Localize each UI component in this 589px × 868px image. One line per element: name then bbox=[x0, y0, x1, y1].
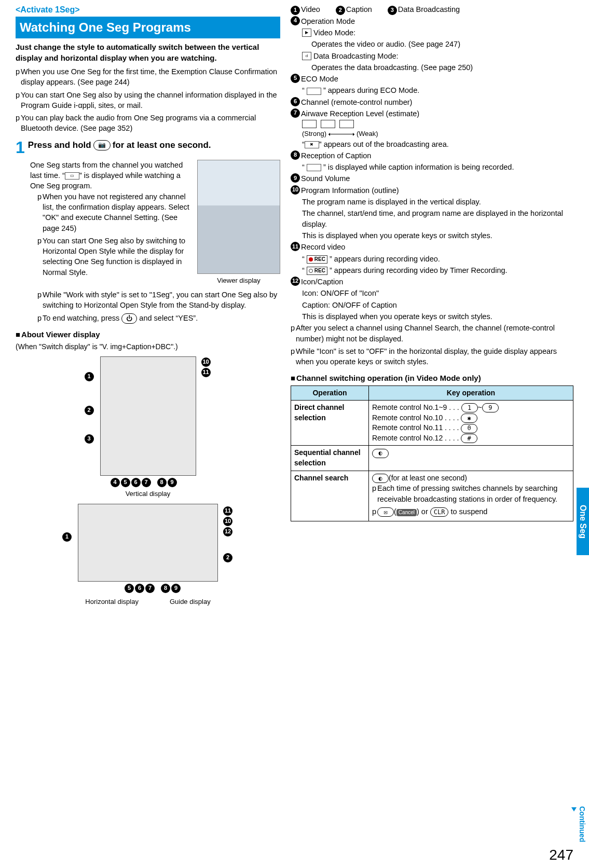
num-2: 2 bbox=[336, 6, 345, 15]
def-label: Operation Mode bbox=[301, 16, 355, 26]
callout-3: 3 bbox=[85, 434, 94, 444]
intro-text: Just change the style to automatically s… bbox=[16, 42, 280, 63]
rec-icon: REC bbox=[307, 255, 327, 264]
callout-h9: 9 bbox=[171, 584, 181, 593]
def-row: 7Airwave Reception Level (estimate) bbox=[291, 108, 573, 119]
step-heading: Press and hold 📷 for at least one second… bbox=[28, 139, 211, 151]
step-head-after: for at least one second. bbox=[113, 139, 211, 151]
def-line: This is displayed when you operate keys … bbox=[302, 311, 573, 322]
callout-11: 11 bbox=[201, 368, 211, 377]
def-label: Airwave Reception Level (estimate) bbox=[301, 108, 419, 119]
status-icon bbox=[307, 88, 321, 95]
operation-cell: Sequential channel selection bbox=[291, 446, 369, 471]
status-icon bbox=[307, 164, 321, 171]
callout-h5: 5 bbox=[125, 584, 134, 593]
callout-8: 8 bbox=[157, 478, 167, 487]
def-row: 9Sound Volume bbox=[291, 173, 573, 184]
def-label: Channel (remote-control number) bbox=[301, 97, 412, 107]
channel-switch-heading: Channel switching operation (in Video Mo… bbox=[291, 373, 573, 383]
callout-h7: 7 bbox=[145, 584, 155, 593]
table-header-operation: Operation bbox=[291, 385, 369, 401]
def-rec-line: “ REC ” appears during recording video b… bbox=[302, 265, 573, 275]
rec-icon: REC bbox=[307, 267, 327, 275]
camera-key-icon: 📷 bbox=[93, 140, 111, 150]
def-mode-desc: Operates the data broadcasting. (See pag… bbox=[311, 62, 573, 73]
intro-bullet: pYou can play back the audio from One Se… bbox=[16, 113, 280, 134]
data-mode-icon: d bbox=[302, 52, 311, 60]
callout-1: 1 bbox=[85, 372, 94, 381]
def-quoted-icon-line: “ ” is displayed while caption informati… bbox=[302, 162, 573, 172]
intro-bullet: pWhen you use One Seg for the first time… bbox=[16, 66, 280, 88]
digit-key-icon: 0 bbox=[461, 424, 477, 433]
operation-cell: Channel search bbox=[291, 471, 369, 521]
mail-key-icon: ✉ bbox=[377, 507, 394, 517]
digit-key-icon: # bbox=[461, 434, 477, 443]
end-call-key-icon: ⏻ bbox=[121, 313, 137, 324]
continued-indicator: Continued bbox=[571, 806, 587, 842]
step-sub-bullet: pTo end watching, press ⏻ and select “YE… bbox=[37, 313, 280, 324]
def-line: This is displayed when you operate keys … bbox=[302, 230, 573, 241]
def-line: The channel, start/end time, and program… bbox=[302, 208, 573, 229]
callout-4: 4 bbox=[111, 478, 120, 487]
step-sub-bullet: pWhen you have not registered any channe… bbox=[37, 191, 191, 233]
def-row: 10Program Information (outline) bbox=[291, 185, 573, 196]
num-circ: 7 bbox=[291, 108, 300, 118]
callout-h11: 11 bbox=[223, 506, 232, 516]
callout-h1: 1 bbox=[62, 532, 72, 542]
num-1: 1 bbox=[291, 6, 300, 15]
callout-h10: 10 bbox=[223, 517, 232, 526]
def-row: 12Icon/Caption bbox=[291, 277, 573, 287]
strong-weak-label: (Strong)(Weak) bbox=[302, 129, 573, 139]
key-operation-cell: ◐(for at least one second)pEach time of … bbox=[369, 471, 573, 521]
step-sub-bullet: pWhile "Work with style" is set to "1Seg… bbox=[37, 290, 280, 311]
no-signal-icon: ✖ bbox=[305, 141, 319, 148]
step-body-text: One Seg starts from the channel you watc… bbox=[30, 160, 191, 191]
def-label: Sound Volume bbox=[301, 173, 350, 184]
callout-h6: 6 bbox=[135, 584, 144, 593]
table-row: Direct channel selectionRemote control N… bbox=[291, 401, 573, 446]
def-video: Video bbox=[301, 5, 320, 13]
guide-display-label: Guide display bbox=[170, 597, 211, 607]
callout-5: 5 bbox=[121, 478, 130, 487]
nav-key-icon: ◐ bbox=[372, 474, 389, 483]
step-number: 1 bbox=[16, 139, 25, 156]
num-circ: 9 bbox=[291, 173, 300, 183]
num-circ: 5 bbox=[291, 74, 300, 83]
def-label: Reception of Caption bbox=[301, 150, 371, 161]
num-circ: 6 bbox=[291, 97, 300, 106]
viewer-display-caption: Viewer display bbox=[197, 276, 280, 285]
vertical-display-diagram: 1 2 3 10 11 4 5 6 7 8 9 Vertical display bbox=[16, 356, 280, 499]
def-row-1-2-3: 1Video 2Caption 3Data Broadcasting bbox=[291, 4, 573, 15]
def-row: 4Operation Mode bbox=[291, 16, 573, 26]
def-row: 8Reception of Caption bbox=[291, 150, 573, 161]
num-circ: 8 bbox=[291, 150, 300, 160]
def-rec-line: “ REC ” appears during recording video. bbox=[302, 254, 573, 264]
def-quoted-icon-line: “ ” appears during ECO Mode. bbox=[302, 85, 573, 95]
step-head-before: Press and hold bbox=[28, 139, 91, 151]
table-header-key: Key operation bbox=[369, 385, 573, 401]
horizontal-display-diagram: 1 11 10 12 2 5 6 7 8 9 Horizontal displa… bbox=[16, 504, 280, 607]
key-operation-cell: ◐ bbox=[369, 446, 573, 471]
def-line: Caption: ON/OFF of Caption bbox=[302, 300, 573, 310]
nav-key-icon: ◐ bbox=[372, 449, 389, 458]
def-line: Icon: ON/OFF of "Icon" bbox=[302, 288, 573, 298]
def-mode-line: ▶Video Mode: bbox=[302, 27, 573, 38]
def-label: Program Information (outline) bbox=[301, 185, 399, 196]
about-viewer-paren: (When "Switch display" is "V. img+Captio… bbox=[16, 342, 280, 352]
vertical-display-label: Vertical display bbox=[126, 489, 171, 499]
signal-strength-icons bbox=[302, 120, 573, 128]
def-label: Icon/Caption bbox=[301, 277, 343, 287]
def-row: 11Record video bbox=[291, 242, 573, 252]
table-row: Channel search◐(for at least one second)… bbox=[291, 471, 573, 521]
def-row: 5ECO Mode bbox=[291, 74, 573, 84]
activate-tag: <Activate 1Seg> bbox=[16, 4, 280, 16]
note-bullet: pWhile "Icon" is set to "OFF" in the hor… bbox=[291, 346, 573, 367]
num-circ: 11 bbox=[291, 242, 300, 251]
section-tab: One Seg bbox=[577, 488, 589, 555]
table-row: Sequential channel selection◐ bbox=[291, 446, 573, 471]
viewer-display-thumbnail: Viewer display bbox=[197, 160, 280, 285]
note-bullet: pAfter you select a channel using Channe… bbox=[291, 323, 573, 344]
digit-key-icon: 9 bbox=[482, 403, 499, 412]
channel-switch-table: Operation Key operation Direct channel s… bbox=[291, 385, 573, 522]
def-caption: Caption bbox=[346, 5, 372, 13]
